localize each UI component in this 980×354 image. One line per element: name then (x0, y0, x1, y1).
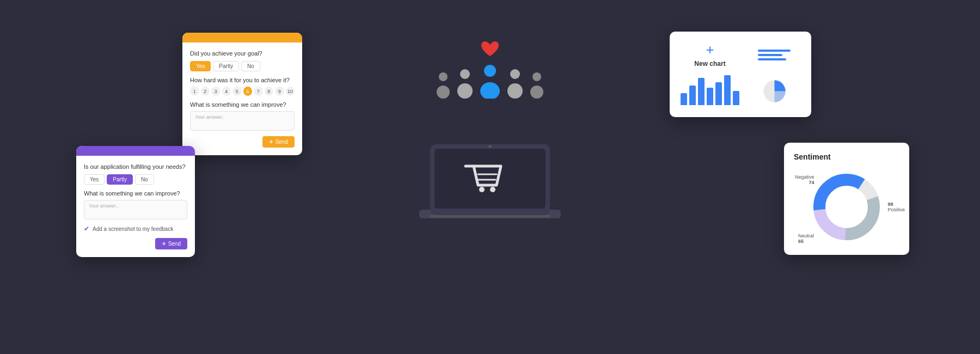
positive-label-group: 98 Positive (887, 202, 905, 212)
line-1 (758, 50, 791, 52)
svg-point-17 (460, 69, 470, 79)
neutral-value: 65 (798, 239, 804, 244)
svg-rect-7 (434, 149, 546, 209)
screenshot-row: ✔ Add a screenshot to my feedback (84, 225, 187, 233)
purple-q1-label: Is our application fulfilling your needs… (84, 163, 187, 170)
nps-5[interactable]: 5 (232, 87, 242, 96)
line-2 (758, 54, 782, 56)
nps-3[interactable]: 3 (211, 87, 220, 96)
lines-cell (748, 42, 800, 68)
svg-point-24 (530, 86, 543, 99)
svg-point-23 (532, 72, 541, 81)
svg-point-22 (507, 83, 523, 99)
purple-card-header (76, 146, 195, 156)
check-icon: ✔ (84, 225, 89, 233)
laptop-illustration (397, 101, 583, 253)
line-3 (758, 58, 786, 60)
person-left-inner (455, 68, 475, 99)
nps-2[interactable]: 2 (201, 87, 210, 96)
svg-point-21 (510, 69, 520, 79)
positive-value: 98 (887, 202, 893, 207)
svg-point-16 (437, 86, 450, 99)
mini-pie-cell (748, 76, 800, 106)
negative-label-group: Negative 74 (795, 174, 814, 185)
svg-point-19 (484, 65, 496, 77)
send-icon: ✈ (269, 139, 273, 145)
purple-partly-btn[interactable]: Partly (107, 174, 133, 185)
bar-2 (689, 86, 696, 105)
new-chart-label: New chart (694, 60, 725, 68)
new-chart-cell[interactable]: + New chart (681, 42, 739, 68)
person-right-outer (528, 71, 546, 99)
bar-1 (681, 93, 687, 105)
sentiment-title: Sentiment (794, 152, 899, 161)
send-icon-purple: ✈ (162, 241, 166, 247)
survey-card-purple: Is our application fulfilling your needs… (76, 146, 195, 257)
person-right-inner (505, 68, 525, 99)
donut-area: Negative 74 98 Positive Neutral 65 (794, 169, 899, 245)
neutral-label-group: Neutral 65 (798, 233, 814, 244)
yellow-answer-input[interactable]: Your answer.. (190, 111, 295, 131)
nps-4[interactable]: 4 (222, 87, 231, 96)
svg-rect-14 (430, 215, 550, 217)
purple-no-btn[interactable]: No (135, 174, 154, 185)
bar-6 (724, 75, 731, 105)
nps-7[interactable]: 7 (254, 87, 263, 96)
negative-label: Negative (795, 174, 814, 180)
purple-send-btn[interactable]: ✈ Send (155, 238, 187, 249)
yellow-yes-btn[interactable]: Yes (190, 61, 211, 71)
nps-6[interactable]: 6 (243, 87, 253, 96)
purple-btn-group: Yes Partly No (84, 174, 187, 185)
purple-q2-label: What is something we can improve? (84, 190, 187, 197)
negative-value: 74 (809, 180, 814, 185)
donut-chart (808, 169, 885, 245)
svg-point-11 (479, 187, 485, 192)
positive-label: Positive (887, 207, 905, 212)
svg-point-15 (439, 72, 448, 81)
people-row (434, 64, 546, 99)
yellow-q3-label: What is something we can improve? (190, 101, 295, 108)
sentiment-card: Sentiment Negative 74 98 Positive Neutra… (784, 143, 909, 255)
yellow-q2-label: How hard was it for you to achieve it? (190, 77, 295, 83)
nps-10[interactable]: 10 (286, 87, 295, 96)
screenshot-label: Add a screenshot to my feedback (93, 226, 173, 232)
svg-point-18 (457, 83, 473, 99)
survey-card-yellow: Did you achieve your goal? Yes Partly No… (182, 33, 302, 155)
nps-1[interactable]: 1 (190, 87, 199, 96)
people-group (434, 41, 546, 99)
bar-7 (733, 91, 739, 105)
neutral-label: Neutral (798, 233, 814, 239)
purple-yes-btn[interactable]: Yes (84, 174, 105, 185)
nps-8[interactable]: 8 (265, 87, 274, 96)
lines-icon (758, 50, 791, 60)
plus-icon: + (706, 42, 714, 57)
bar-5 (715, 82, 722, 105)
yellow-partly-btn[interactable]: Partly (213, 61, 239, 71)
svg-point-12 (490, 187, 495, 192)
svg-point-20 (480, 82, 500, 99)
person-left-outer (434, 71, 452, 99)
bar-4 (707, 88, 713, 105)
yellow-card-header (182, 33, 302, 42)
nps-row: 1 2 3 4 5 6 7 8 9 10 (190, 87, 295, 96)
person-center (478, 64, 502, 99)
heart-icon (480, 41, 500, 60)
mini-bar-cell (681, 76, 739, 106)
mini-pie-chart (759, 76, 789, 106)
svg-point-13 (488, 145, 492, 148)
yellow-q1-label: Did you achieve your goal? (190, 50, 295, 57)
purple-answer-input[interactable]: Your answer.. (84, 200, 187, 219)
chart-grid: + New chart (681, 42, 800, 106)
nps-9[interactable]: 9 (275, 87, 284, 96)
yellow-btn-group: Yes Partly No (190, 61, 295, 71)
yellow-no-btn[interactable]: No (241, 61, 260, 71)
mini-bar-chart (681, 76, 739, 106)
chart-card: + New chart (670, 32, 811, 117)
bar-3 (698, 78, 705, 105)
laptop-svg (397, 101, 583, 253)
yellow-send-btn[interactable]: ✈ Send (262, 136, 295, 148)
